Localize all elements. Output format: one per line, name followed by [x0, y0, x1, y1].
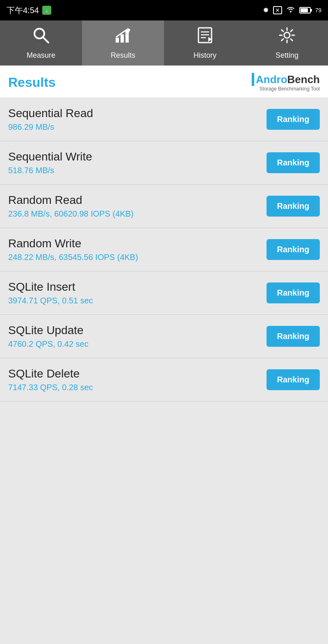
bench-name-random-write: Random Write: [8, 237, 266, 250]
bench-value-random-read: 236.8 MB/s, 60620.98 IOPS (4KB): [8, 209, 266, 219]
bench-value-random-write: 248.22 MB/s, 63545.56 IOPS (4KB): [8, 253, 266, 262]
tab-history[interactable]: History: [164, 20, 246, 66]
bench-name-random-read: Random Read: [8, 194, 266, 207]
bench-info-sqlite-insert: SQLite Insert 3974.71 QPS, 0.51 sec: [8, 280, 266, 305]
svg-line-2: [43, 37, 48, 43]
status-icons: ✸ ✕ 79: [263, 6, 321, 15]
tab-results[interactable]: Results: [82, 20, 164, 66]
history-icon: [196, 26, 214, 48]
wifi-icon: [286, 6, 295, 15]
ranking-btn-sqlite-insert[interactable]: Ranking: [266, 282, 320, 303]
battery-icon: [299, 7, 311, 14]
results-title: Results: [8, 75, 56, 90]
bench-value-sequential-write: 518.76 MB/s: [8, 166, 266, 175]
measure-icon: [32, 26, 50, 48]
bench-info-sequential-write: Sequential Write 518.76 MB/s: [8, 150, 266, 175]
tab-results-label: Results: [111, 51, 135, 60]
status-time: 下午4:54 ↓: [7, 5, 51, 16]
bench-info-random-read: Random Read 236.8 MB/s, 60620.98 IOPS (4…: [8, 194, 266, 219]
bench-info-sqlite-delete: SQLite Delete 7147.33 QPS, 0.28 sec: [8, 367, 266, 392]
bench-name-sequential-write: Sequential Write: [8, 150, 266, 163]
bench-row-sqlite-update: SQLite Update 4760.2 QPS, 0.42 sec Ranki…: [0, 315, 328, 358]
bench-name-sqlite-delete: SQLite Delete: [8, 367, 266, 380]
tab-measure-label: Measure: [27, 51, 55, 60]
ranking-btn-sequential-read[interactable]: Ranking: [266, 109, 320, 130]
results-icon: [114, 26, 132, 48]
bench-row-sqlite-insert: SQLite Insert 3974.71 QPS, 0.51 sec Rank…: [0, 271, 328, 315]
bench-row-sequential-read: Sequential Read 986.29 MB/s Ranking: [0, 98, 328, 141]
setting-icon: [278, 26, 296, 48]
ranking-btn-random-read[interactable]: Ranking: [266, 196, 320, 217]
battery-percent: 79: [315, 7, 321, 14]
ranking-btn-sequential-write[interactable]: Ranking: [266, 152, 320, 173]
ranking-btn-sqlite-delete[interactable]: Ranking: [266, 369, 320, 390]
bench-value-sqlite-insert: 3974.71 QPS, 0.51 sec: [8, 296, 266, 305]
ranking-btn-sqlite-update[interactable]: Ranking: [266, 326, 320, 347]
tab-measure[interactable]: Measure: [0, 20, 82, 66]
svg-rect-3: [116, 38, 119, 43]
bench-value-sqlite-update: 4760.2 QPS, 0.42 sec: [8, 339, 266, 349]
bench-info-sequential-read: Sequential Read 986.29 MB/s: [8, 107, 266, 132]
svg-point-12: [284, 32, 290, 38]
results-header: Results AndroBench Storage Benchmarking …: [0, 66, 328, 98]
svg-point-0: [290, 11, 292, 12]
x-icon: ✕: [273, 6, 282, 14]
brand-name: AndroBench: [256, 73, 320, 86]
ranking-btn-random-write[interactable]: Ranking: [266, 239, 320, 260]
bluetooth-icon: ✸: [263, 6, 269, 15]
status-bar: 下午4:54 ↓ ✸ ✕ 79: [0, 0, 328, 20]
bench-row-random-read: Random Read 236.8 MB/s, 60620.98 IOPS (4…: [0, 185, 328, 228]
brand-subtitle: Storage Benchmarking Tool: [260, 86, 320, 92]
tab-bar: Measure Results History: [0, 20, 328, 66]
tab-setting-label: Setting: [276, 51, 298, 60]
svg-rect-5: [125, 30, 129, 43]
bench-info-random-write: Random Write 248.22 MB/s, 63545.56 IOPS …: [8, 237, 266, 262]
content-area: Results AndroBench Storage Benchmarking …: [0, 66, 328, 644]
bench-info-sqlite-update: SQLite Update 4760.2 QPS, 0.42 sec: [8, 324, 266, 349]
bench-name-sqlite-update: SQLite Update: [8, 324, 266, 337]
bench-value-sequential-read: 986.29 MB/s: [8, 122, 266, 132]
tab-setting[interactable]: Setting: [246, 20, 328, 66]
bench-row-sqlite-delete: SQLite Delete 7147.33 QPS, 0.28 sec Rank…: [0, 358, 328, 402]
bench-row-random-write: Random Write 248.22 MB/s, 63545.56 IOPS …: [0, 228, 328, 271]
download-icon: ↓: [42, 6, 51, 15]
tab-history-label: History: [194, 51, 216, 60]
bench-name-sqlite-insert: SQLite Insert: [8, 280, 266, 294]
bench-value-sqlite-delete: 7147.33 QPS, 0.28 sec: [8, 383, 266, 392]
brand-bar-accent: [252, 73, 254, 86]
svg-rect-4: [121, 34, 124, 43]
benchmark-list: Sequential Read 986.29 MB/s Ranking Sequ…: [0, 98, 328, 402]
bench-row-sequential-write: Sequential Write 518.76 MB/s Ranking: [0, 141, 328, 185]
brand-logo: AndroBench Storage Benchmarking Tool: [252, 73, 320, 92]
bench-name-sequential-read: Sequential Read: [8, 107, 266, 120]
